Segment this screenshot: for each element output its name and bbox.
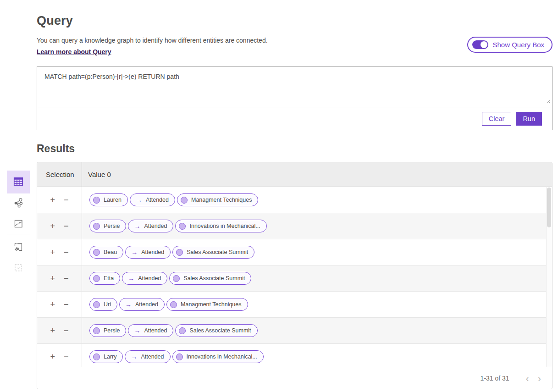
relationship-chip[interactable]: → Attended — [125, 246, 171, 259]
selection-cell: + − — [37, 318, 82, 343]
next-page-button[interactable]: › — [533, 373, 546, 384]
relation-chip-label: Attended — [135, 301, 158, 308]
query-input[interactable] — [37, 67, 552, 107]
remove-from-selection-button[interactable]: − — [63, 222, 70, 230]
entity-node-icon — [181, 197, 188, 204]
selection-cell: + − — [37, 239, 82, 265]
remove-from-selection-button[interactable]: − — [63, 196, 70, 204]
path-cell: Larry → Attended Innovations in Mechanic… — [82, 344, 552, 367]
table-view-button[interactable] — [7, 171, 30, 193]
table-scrollbar[interactable] — [546, 187, 552, 367]
results-table-footer: 1-31 of 31 ‹ › — [37, 367, 552, 389]
entity-chip-source[interactable]: Lauren — [89, 193, 128, 206]
results-rows: + − Lauren → Attended Managment Techniqu… — [37, 187, 552, 367]
add-to-selection-button[interactable]: + — [49, 196, 56, 204]
pagination-range: 1-31 of 31 — [481, 375, 509, 382]
source-chip-label: Larry — [104, 353, 116, 360]
relationship-chip[interactable]: → Attended — [128, 220, 173, 232]
previous-page-button[interactable]: ‹ — [521, 373, 534, 384]
entity-chip-source[interactable]: Persie — [89, 220, 126, 232]
selection-cell: + − — [37, 344, 82, 367]
entity-chip-target[interactable]: Innovations in Mechanical... — [172, 350, 264, 363]
relation-chip-label: Attended — [141, 249, 164, 255]
entity-chip-target[interactable]: Sales Associate Summit — [172, 246, 254, 259]
entity-chip-source[interactable]: Etta — [89, 272, 120, 285]
add-to-selection-button[interactable]: + — [49, 353, 56, 361]
intro-text: You can query a knowledge graph to ident… — [37, 37, 268, 44]
learn-more-link[interactable]: Learn more about Query — [37, 48, 111, 55]
entity-node-icon — [93, 275, 100, 282]
source-chip-label: Uri — [104, 301, 111, 308]
toggle-label: Show Query Box — [492, 41, 544, 49]
table-row: + − Lauren → Attended Managment Techniqu… — [37, 187, 552, 213]
target-chip-label: Sales Associate Summit — [189, 327, 251, 334]
source-chip-label: Beau — [104, 249, 117, 255]
remove-from-selection-button[interactable]: − — [63, 300, 70, 309]
entity-chip-target[interactable]: Sales Associate Summit — [175, 324, 257, 337]
entity-node-icon — [93, 327, 100, 334]
entity-chip-target[interactable]: Managment Techniques — [177, 193, 259, 206]
relation-chip-label: Attended — [144, 223, 167, 229]
results-table: Selection Value 0 + − Lauren → Attended … — [37, 162, 552, 389]
relation-arrow-icon: → — [131, 353, 137, 360]
relationship-chip[interactable]: → Attended — [119, 298, 165, 311]
entity-node-icon — [93, 197, 100, 204]
add-to-selection-button[interactable]: + — [49, 300, 56, 309]
entity-node-icon — [176, 353, 183, 360]
remove-from-selection-button[interactable]: − — [63, 248, 70, 256]
entity-node-icon — [179, 223, 186, 230]
table-row: + − Persie → Attended Sales Associate Su… — [37, 318, 552, 344]
relationship-chip[interactable]: → Attended — [125, 350, 170, 363]
remove-from-selection-button[interactable]: − — [63, 274, 70, 282]
selection-cell: + − — [37, 265, 82, 291]
new-map-button[interactable] — [13, 242, 24, 253]
entity-chip-source[interactable]: Persie — [89, 324, 126, 337]
target-chip-label: Sales Associate Summit — [183, 275, 245, 282]
add-to-selection-button[interactable]: + — [49, 222, 56, 230]
entity-chip-source[interactable]: Uri — [89, 298, 117, 311]
remove-from-selection-button[interactable]: − — [63, 353, 70, 361]
add-to-selection-button[interactable]: + — [49, 274, 56, 282]
entity-chip-target[interactable]: Innovations in Mechanical... — [175, 220, 266, 232]
page-title: Query — [37, 14, 552, 28]
entity-chip-target[interactable]: Managment Techniques — [166, 298, 248, 311]
selection-cell: + − — [37, 213, 82, 239]
entity-chip-target[interactable]: Sales Associate Summit — [169, 272, 251, 285]
entity-chip-source[interactable]: Beau — [89, 246, 123, 259]
target-chip-label: Sales Associate Summit — [187, 249, 248, 255]
table-row: + − Larry → Attended Innovations in Mech… — [37, 344, 552, 367]
clear-button[interactable]: Clear — [482, 112, 512, 126]
entity-node-icon — [93, 301, 100, 308]
new-map-icon — [13, 247, 24, 254]
entity-node-icon — [179, 327, 186, 334]
column-header-selection: Selection — [37, 162, 82, 187]
entity-chip-source[interactable]: Larry — [89, 350, 123, 363]
add-to-selection-button[interactable]: + — [49, 248, 56, 256]
scrollbar-thumb[interactable] — [547, 188, 551, 227]
remove-from-selection-button[interactable]: − — [63, 326, 70, 335]
relationship-chip[interactable]: → Attended — [122, 272, 167, 285]
results-table-body: + − Lauren → Attended Managment Techniqu… — [37, 187, 552, 367]
entity-node-icon — [93, 353, 100, 360]
toggle-switch-icon — [472, 40, 488, 49]
add-to-selection-button[interactable]: + — [49, 326, 56, 335]
map-view-button[interactable] — [13, 218, 24, 229]
selection-cell: + − — [37, 292, 82, 317]
relationship-chip[interactable]: → Attended — [130, 193, 175, 206]
path-cell: Persie → Attended Innovations in Mechani… — [82, 213, 552, 239]
source-chip-label: Etta — [104, 275, 114, 282]
run-button[interactable]: Run — [516, 112, 542, 126]
show-query-box-toggle[interactable]: Show Query Box — [467, 37, 552, 53]
table-row: + − Beau → Attended Sales Associate Summ… — [37, 239, 552, 265]
table-row: + − Uri → Attended Managment Techniques — [37, 292, 552, 318]
entity-node-icon — [173, 275, 180, 282]
query-box: Clear Run — [37, 66, 552, 130]
toolbar-divider — [7, 234, 30, 234]
unavailable-view-button — [13, 262, 24, 273]
link-chart-view-button[interactable] — [13, 197, 24, 208]
relation-arrow-icon: → — [131, 249, 138, 255]
relationship-chip[interactable]: → Attended — [128, 324, 173, 337]
main-content: Query You can query a knowledge graph to… — [37, 0, 552, 389]
map-view-icon — [13, 224, 24, 231]
target-chip-label: Innovations in Mechanical... — [189, 223, 260, 229]
